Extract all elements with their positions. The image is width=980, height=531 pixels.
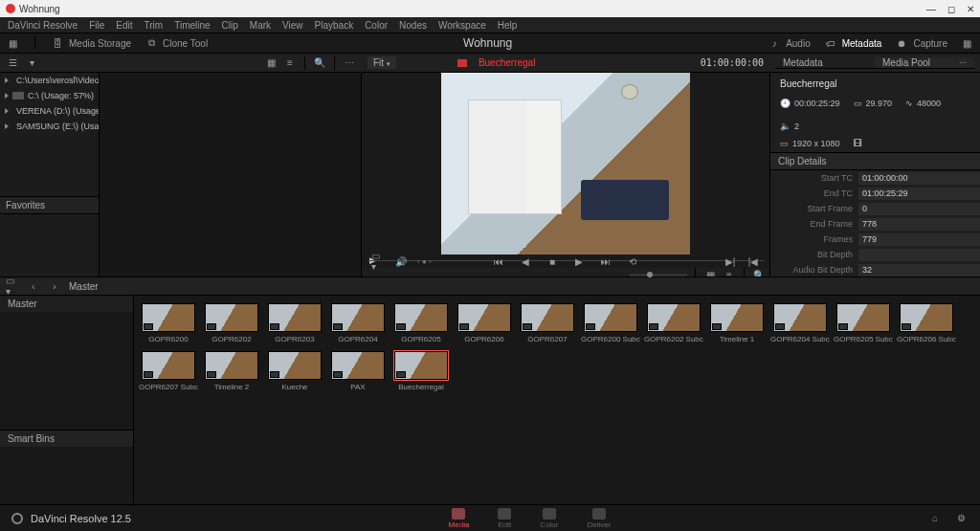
mark-in-icon[interactable]: ▶| <box>724 254 737 268</box>
page-media[interactable]: Media <box>449 508 470 529</box>
clone-tool-button[interactable]: ⧉ Clone Tool <box>145 36 208 50</box>
thumb-view-icon[interactable]: ▦ <box>264 56 278 70</box>
jump-start-icon[interactable]: ⏮ <box>492 254 505 268</box>
expand-icon[interactable] <box>5 123 9 129</box>
jog-indicator[interactable]: ‹ ● › <box>417 257 432 266</box>
metadata-tab[interactable]: Metadata <box>775 57 875 68</box>
stop-icon[interactable]: ■ <box>546 254 559 268</box>
page-edit[interactable]: Edit <box>498 508 511 529</box>
menu-item[interactable]: Trim <box>145 20 164 31</box>
clip-thumb[interactable]: GOPR6207 <box>521 303 574 343</box>
drive-item[interactable]: VERENA (D:\) (Usage: ... <box>0 103 99 119</box>
metadata-value[interactable]: 32 <box>858 264 980 277</box>
clip-thumb[interactable]: GOPR6206 <box>457 303 511 343</box>
menu-item[interactable]: Mark <box>250 20 271 31</box>
menu-item[interactable]: Nodes <box>399 20 427 31</box>
clip-badge-icon <box>207 323 216 330</box>
metadata-value[interactable]: 779 <box>858 233 980 246</box>
clip-thumb[interactable]: GOPR6200 Subclip <box>584 303 637 343</box>
metadata-value[interactable]: 01:00:25:29 <box>858 188 980 200</box>
drive-item[interactable]: SAMSUNG (E:\) (Usag... <box>0 119 99 134</box>
panel-toggle-icon[interactable]: ▦ <box>6 36 19 50</box>
close-button[interactable]: ✕ <box>967 4 974 14</box>
expand-icon[interactable] <box>5 108 9 114</box>
metadata-value[interactable]: 0 <box>858 203 980 215</box>
clip-thumb[interactable]: Timeline 1 <box>710 303 764 343</box>
clip-badge-icon <box>207 371 216 378</box>
clip-badge-icon <box>396 323 406 330</box>
menu-item[interactable]: Workspace <box>438 20 486 31</box>
clip-thumb[interactable]: GOPR6205 Subclip <box>836 303 890 343</box>
media-pool-tab[interactable]: Media Pool ⋯ <box>875 57 974 68</box>
clip-thumb[interactable]: Buecherregal <box>394 351 448 391</box>
bin-list-icon[interactable]: ▭ ▾ <box>6 279 19 293</box>
menu-item[interactable]: Playback <box>315 20 354 31</box>
menu-item[interactable]: File <box>89 20 104 31</box>
clip-thumb[interactable]: GOPR6206 Subclip <box>900 303 953 343</box>
clip-thumb[interactable]: GOPR6202 Subclip <box>647 303 701 343</box>
menu-item[interactable]: Edit <box>116 20 132 31</box>
panel-toggle-right-icon[interactable]: ▦ <box>961 36 974 50</box>
minimize-button[interactable]: — <box>926 4 936 14</box>
options-icon[interactable]: ⋯ <box>343 56 356 70</box>
clip-badge-icon <box>902 323 911 330</box>
volume-icon[interactable]: 🔊 <box>394 254 408 268</box>
metadata-value[interactable] <box>858 249 980 261</box>
clip-badge-icon <box>144 323 153 330</box>
fit-dropdown[interactable]: Fit ▾ <box>368 56 396 69</box>
media-storage-button[interactable]: 🗄 Media Storage <box>51 36 131 50</box>
clip-thumb[interactable]: GOPR6204 Subclip <box>773 303 827 343</box>
metadata-value[interactable]: 01:00:00:00 <box>858 172 980 185</box>
page-color[interactable]: Color <box>540 508 558 529</box>
mark-out-icon[interactable]: |◀ <box>746 254 760 268</box>
thumb-size-slider[interactable] <box>630 274 687 277</box>
page-deliver[interactable]: Deliver <box>587 508 611 529</box>
clip-thumb[interactable]: GOPR6200 <box>142 303 195 343</box>
menu-item[interactable]: View <box>282 20 303 31</box>
bin-item[interactable]: Master <box>0 296 133 312</box>
list-icon[interactable]: ≡ <box>283 56 297 70</box>
list-view-icon[interactable]: ☰ <box>6 56 19 70</box>
view-mode-icon[interactable]: ▭ ▾ <box>371 254 385 268</box>
expand-icon[interactable] <box>5 77 9 83</box>
clip-thumb[interactable]: PAX <box>331 351 385 391</box>
home-icon[interactable]: ⌂ <box>928 512 942 525</box>
settings-icon[interactable]: ⚙ <box>955 512 969 525</box>
expand-icon[interactable] <box>5 93 9 99</box>
chevron-down-icon[interactable]: ▾ <box>25 56 38 70</box>
maximize-button[interactable]: ◻ <box>947 4 955 14</box>
viewer-canvas[interactable] <box>362 73 769 254</box>
menu-item[interactable]: Clip <box>222 20 238 31</box>
menu-item[interactable]: Help <box>498 20 518 31</box>
metadata-value[interactable]: 778 <box>858 218 980 231</box>
clone-tool-icon: ⧉ <box>145 36 158 50</box>
jump-end-icon[interactable]: ⏭ <box>599 254 612 268</box>
clip-thumb[interactable]: Timeline 2 <box>205 351 258 391</box>
clip-details-header[interactable]: Clip Details <box>770 152 980 170</box>
drive-item[interactable]: C:\Users\verosl\Video... <box>0 73 99 88</box>
metadata-key: Start Frame <box>770 204 858 213</box>
play-icon[interactable]: ▶ <box>572 254 586 268</box>
menu-item[interactable]: Timeline <box>174 20 210 31</box>
clip-thumb[interactable]: GOPR6204 <box>331 303 385 343</box>
nav-back-icon[interactable]: ‹ <box>27 279 40 293</box>
nav-fwd-icon[interactable]: › <box>48 279 61 293</box>
menu-item[interactable]: DaVinci Resolve <box>8 20 78 31</box>
capture-button[interactable]: ⏺ Capture <box>895 36 947 50</box>
clip-thumb[interactable]: GOPR6207 Subclip <box>142 351 195 391</box>
clip-thumb[interactable]: GOPR6205 <box>394 303 448 343</box>
path-label[interactable]: Master <box>69 281 99 292</box>
audio-button[interactable]: ♪ Audio <box>768 36 811 50</box>
drive-item[interactable]: C:\ (Usage: 57%) <box>0 88 99 103</box>
clip-thumb[interactable]: Kueche <box>268 351 322 391</box>
clip-thumb[interactable]: GOPR6202 <box>205 303 258 343</box>
clip-image <box>394 303 448 332</box>
clip-thumb[interactable]: GOPR6203 <box>268 303 322 343</box>
file-browser[interactable] <box>100 73 362 277</box>
metadata-button[interactable]: 🏷 Metadata <box>824 36 882 50</box>
menu-item[interactable]: Color <box>365 20 388 31</box>
search-icon[interactable]: 🔍 <box>313 56 326 70</box>
loop-icon[interactable]: ⟲ <box>626 254 639 268</box>
viewer-timecode[interactable]: 01:00:00:00 <box>701 57 764 68</box>
step-back-icon[interactable]: ◀ <box>519 254 532 268</box>
